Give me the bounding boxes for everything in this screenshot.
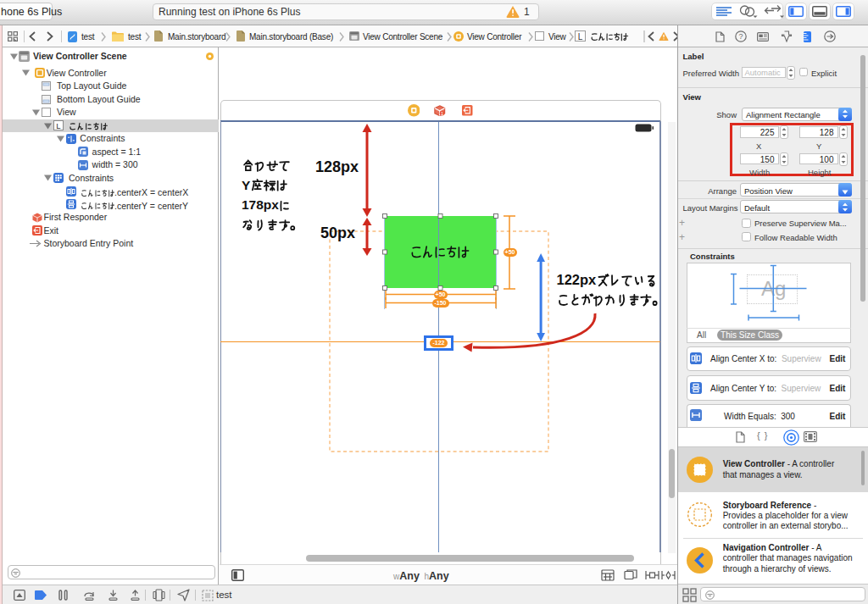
svg-text:1: 1 xyxy=(441,110,443,115)
svg-text:?: ? xyxy=(738,32,743,41)
